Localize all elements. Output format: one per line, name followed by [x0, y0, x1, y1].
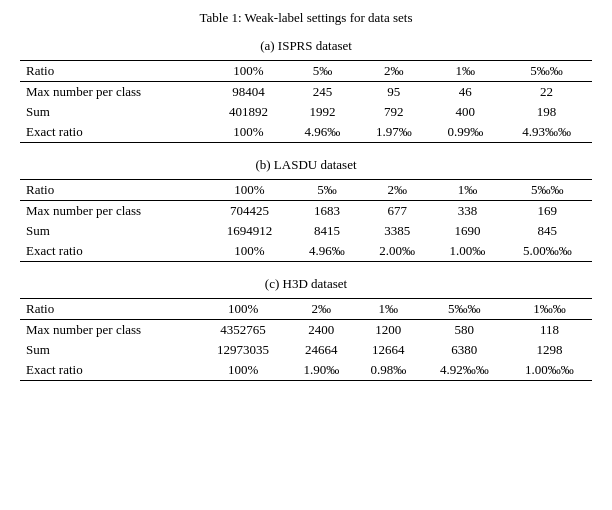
cell-c-1-2: 12664 — [355, 340, 422, 360]
cell-a-2-0: 100% — [210, 122, 286, 143]
row-label-c-0: Max number per class — [20, 320, 198, 341]
cell-c-0-1: 2400 — [288, 320, 355, 341]
cell-c-0-3: 580 — [422, 320, 507, 341]
row-label-a-1: Sum — [20, 102, 210, 122]
table-row: Max number per class7044251683677338169 — [20, 201, 592, 222]
row-label-c-2: Exact ratio — [20, 360, 198, 381]
table-row: Sum4018921992792400198 — [20, 102, 592, 122]
col-header-a-4: 1‰ — [430, 61, 501, 82]
table-row: Sum12973035246641266463801298 — [20, 340, 592, 360]
cell-b-2-1: 4.96‰ — [292, 241, 362, 262]
cell-a-2-4: 4.93‰‰ — [501, 122, 592, 143]
cell-c-0-4: 118 — [507, 320, 592, 341]
row-label-b-1: Sum — [20, 221, 207, 241]
col-header-b-3: 2‰ — [362, 180, 432, 201]
cell-b-0-3: 338 — [432, 201, 502, 222]
col-header-a-3: 2‰ — [358, 61, 429, 82]
table-c: Ratio100%2‰1‰5‰‰1‰‰Max number per class4… — [20, 298, 592, 381]
row-label-b-0: Max number per class — [20, 201, 207, 222]
table-row: Max number per class43527652400120058011… — [20, 320, 592, 341]
col-header-c-1: 100% — [198, 299, 288, 320]
cell-a-0-2: 95 — [358, 82, 429, 103]
cell-b-1-1: 8415 — [292, 221, 362, 241]
cell-b-1-3: 1690 — [432, 221, 502, 241]
section-title-c: (c) H3D dataset — [20, 276, 592, 292]
cell-c-1-0: 12973035 — [198, 340, 288, 360]
section-a: (a) ISPRS datasetRatio100%5‰2‰1‰5‰‰Max n… — [20, 38, 592, 143]
section-c: (c) H3D datasetRatio100%2‰1‰5‰‰1‰‰Max nu… — [20, 276, 592, 381]
cell-c-2-0: 100% — [198, 360, 288, 381]
table-a: Ratio100%5‰2‰1‰5‰‰Max number per class98… — [20, 60, 592, 143]
cell-a-2-3: 0.99‰ — [430, 122, 501, 143]
cell-b-2-2: 2.00‰ — [362, 241, 432, 262]
cell-b-2-0: 100% — [207, 241, 292, 262]
col-header-a-0: Ratio — [20, 61, 210, 82]
table-row: Max number per class98404245954622 — [20, 82, 592, 103]
table-row: Exact ratio100%1.90‰0.98‰4.92‰‰1.00‰‰ — [20, 360, 592, 381]
cell-c-1-3: 6380 — [422, 340, 507, 360]
col-header-c-5: 1‰‰ — [507, 299, 592, 320]
row-label-a-0: Max number per class — [20, 82, 210, 103]
cell-c-2-3: 4.92‰‰ — [422, 360, 507, 381]
table-row: Sum1694912841533851690845 — [20, 221, 592, 241]
section-title-b: (b) LASDU dataset — [20, 157, 592, 173]
col-header-b-2: 5‰ — [292, 180, 362, 201]
col-header-a-1: 100% — [210, 61, 286, 82]
cell-b-0-4: 169 — [503, 201, 592, 222]
cell-a-1-4: 198 — [501, 102, 592, 122]
col-header-b-4: 1‰ — [432, 180, 502, 201]
cell-a-2-1: 4.96‰ — [287, 122, 358, 143]
table-row: Exact ratio100%4.96‰2.00‰1.00‰5.00‰‰ — [20, 241, 592, 262]
cell-c-1-1: 24664 — [288, 340, 355, 360]
section-title-a: (a) ISPRS dataset — [20, 38, 592, 54]
cell-a-1-0: 401892 — [210, 102, 286, 122]
cell-b-1-2: 3385 — [362, 221, 432, 241]
cell-a-1-3: 400 — [430, 102, 501, 122]
row-label-b-2: Exact ratio — [20, 241, 207, 262]
cell-b-0-0: 704425 — [207, 201, 292, 222]
cell-c-2-4: 1.00‰‰ — [507, 360, 592, 381]
cell-b-0-2: 677 — [362, 201, 432, 222]
cell-a-1-1: 1992 — [287, 102, 358, 122]
cell-b-1-0: 1694912 — [207, 221, 292, 241]
col-header-a-5: 5‰‰ — [501, 61, 592, 82]
col-header-b-1: 100% — [207, 180, 292, 201]
cell-a-2-2: 1.97‰ — [358, 122, 429, 143]
col-header-c-4: 5‰‰ — [422, 299, 507, 320]
col-header-b-0: Ratio — [20, 180, 207, 201]
cell-a-1-2: 792 — [358, 102, 429, 122]
cell-a-0-3: 46 — [430, 82, 501, 103]
cell-a-0-0: 98404 — [210, 82, 286, 103]
cell-c-0-2: 1200 — [355, 320, 422, 341]
row-label-a-2: Exact ratio — [20, 122, 210, 143]
col-header-c-2: 2‰ — [288, 299, 355, 320]
row-label-c-1: Sum — [20, 340, 198, 360]
cell-c-2-2: 0.98‰ — [355, 360, 422, 381]
col-header-c-3: 1‰ — [355, 299, 422, 320]
cell-a-0-1: 245 — [287, 82, 358, 103]
cell-c-1-4: 1298 — [507, 340, 592, 360]
cell-b-2-4: 5.00‰‰ — [503, 241, 592, 262]
cell-b-2-3: 1.00‰ — [432, 241, 502, 262]
cell-c-2-1: 1.90‰ — [288, 360, 355, 381]
table-row: Exact ratio100%4.96‰1.97‰0.99‰4.93‰‰ — [20, 122, 592, 143]
page-title: Table 1: Weak-label settings for data se… — [200, 10, 413, 26]
cell-b-1-4: 845 — [503, 221, 592, 241]
cell-b-0-1: 1683 — [292, 201, 362, 222]
section-b: (b) LASDU datasetRatio100%5‰2‰1‰5‰‰Max n… — [20, 157, 592, 262]
col-header-a-2: 5‰ — [287, 61, 358, 82]
col-header-b-5: 5‰‰ — [503, 180, 592, 201]
cell-a-0-4: 22 — [501, 82, 592, 103]
cell-c-0-0: 4352765 — [198, 320, 288, 341]
col-header-c-0: Ratio — [20, 299, 198, 320]
table-b: Ratio100%5‰2‰1‰5‰‰Max number per class70… — [20, 179, 592, 262]
